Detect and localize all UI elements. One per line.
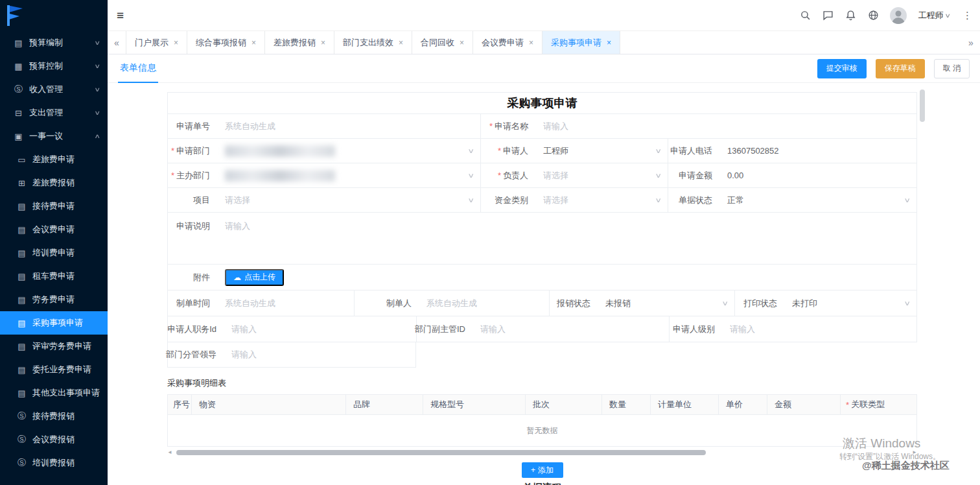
sidebar-menu: ▤ 预算编制 ∨ ▦ 预算控制 ∨ Ⓢ 收入管理 ∨: [0, 31, 108, 475]
host-dept-select[interactable]: ∨: [218, 163, 480, 187]
cancel-button[interactable]: 取 消: [934, 59, 970, 78]
page-tab[interactable]: 差旅费报销 ×: [265, 31, 334, 54]
sidebar-submenu-item[interactable]: ▤ 采购事项申请: [0, 311, 108, 335]
sidebar-menu-item[interactable]: ▣ 一事一议 ∧: [0, 124, 108, 148]
detail-column-header: 金额: [767, 395, 841, 414]
language-globe-icon[interactable]: [867, 10, 879, 21]
sidebar-submenu-item[interactable]: ▤ 会议费申请: [0, 218, 108, 241]
submenu-item-label: 会议费报销: [32, 434, 75, 445]
scroll-left-icon[interactable]: ◄: [167, 450, 172, 455]
sidebar-submenu-item[interactable]: Ⓢ 培训费报销: [0, 451, 108, 475]
dropdown-arrow-icon: ∨: [904, 300, 911, 307]
scroll-tabs-left-icon[interactable]: «: [108, 31, 126, 54]
detail-table-title: 采购事项明细表: [167, 377, 917, 389]
page-tab[interactable]: 门户展示 ×: [126, 31, 187, 54]
applicant-phone-field[interactable]: 13607502852: [720, 139, 916, 163]
notification-bell-icon[interactable]: [845, 10, 856, 21]
submenu-item-label: 劳务费申请: [32, 294, 75, 305]
applicant-post-id-field[interactable]: 请输入: [224, 316, 416, 342]
doc-status-select[interactable]: 正常∨: [720, 188, 916, 212]
apply-desc-textarea[interactable]: 请输入: [218, 213, 916, 264]
submenu-item-icon: ▤: [16, 295, 27, 305]
scroll-tabs-right-icon[interactable]: »: [962, 31, 980, 54]
sidebar-submenu-item[interactable]: ⊞ 差旅费报销: [0, 171, 108, 195]
tab-close-icon[interactable]: ×: [460, 39, 464, 47]
user-menu[interactable]: 工程师 ∨: [918, 10, 950, 21]
print-status-select[interactable]: 未打印∨: [785, 290, 916, 316]
sidebar-submenu-item[interactable]: ▤ 其他支出事项申请: [0, 381, 108, 405]
scroll-right-icon[interactable]: ►: [912, 450, 917, 455]
fund-type-select[interactable]: 请选择∨: [536, 188, 668, 212]
page-tab[interactable]: 合同回收 ×: [412, 31, 473, 54]
scrollbar-track[interactable]: [174, 450, 910, 455]
sidebar-submenu-item[interactable]: ▭ 差旅费申请: [0, 148, 108, 171]
page-tab[interactable]: 部门支出绩效 ×: [334, 31, 412, 54]
tab-form-info[interactable]: 表单信息: [118, 54, 158, 83]
charge-person-select[interactable]: 请选择∨: [536, 163, 668, 187]
sidebar-submenu-item[interactable]: ▤ 评审劳务费申请: [0, 335, 108, 358]
tab-close-icon[interactable]: ×: [607, 39, 611, 47]
caret-down-icon: ∨: [945, 12, 951, 19]
scrollbar-thumb[interactable]: [176, 450, 706, 455]
submit-review-button[interactable]: 提交审核: [817, 59, 867, 78]
save-draft-button[interactable]: 保存草稿: [876, 59, 925, 78]
user-avatar[interactable]: [890, 7, 907, 24]
collapse-sidebar-icon[interactable]: ≡: [117, 9, 124, 21]
sidebar-submenu-item[interactable]: ▤ 接待费申请: [0, 195, 108, 218]
scrollbar-thumb[interactable]: [920, 89, 925, 122]
dropdown-arrow-icon: ∨: [721, 300, 729, 307]
apply-amount-field[interactable]: 0.00: [720, 163, 916, 187]
apply-name-field[interactable]: 请输入: [536, 114, 916, 138]
form-row: 附件 ☁ 点击上传: [168, 265, 916, 290]
submenu-item-label: 差旅费报销: [32, 177, 75, 189]
detail-column-header: 计量单位: [651, 395, 719, 414]
sidebar-menu-item[interactable]: ⊟ 支出管理 ∨: [0, 101, 108, 124]
dept-vice-id-field[interactable]: 请输入: [473, 316, 669, 342]
sidebar-submenu-item[interactable]: ▤ 委托业务费申请: [0, 358, 108, 381]
applicant-select[interactable]: 工程师∨: [536, 139, 668, 163]
message-icon[interactable]: [822, 10, 834, 21]
sidebar-submenu-item[interactable]: Ⓢ 会议费报销: [0, 428, 108, 451]
make-time-field[interactable]: 系统自动生成: [218, 290, 354, 316]
tab-close-icon[interactable]: ×: [251, 39, 256, 47]
form-row: 申请说明 请输入: [168, 213, 916, 265]
tab-close-icon[interactable]: ×: [321, 39, 325, 47]
menu-item-icon: ▣: [13, 132, 24, 141]
form-row: 项目 请选择∨ 资金类别 请选择∨ 单据状态 正常∨: [168, 188, 916, 213]
page-tab[interactable]: 会议费申请 ×: [473, 31, 542, 54]
detail-table-header: 序号 物资 品牌 规格型号: [168, 395, 916, 415]
tab-close-icon[interactable]: ×: [529, 39, 533, 47]
submenu-item-label: 采购事项申请: [32, 317, 83, 329]
search-icon[interactable]: [799, 10, 811, 21]
sidebar-menu-item[interactable]: ▤ 预算编制 ∨: [0, 31, 108, 54]
dropdown-arrow-icon: ∨: [467, 172, 474, 179]
dept-leader-field[interactable]: 请输入: [224, 342, 415, 367]
sidebar-submenu-item[interactable]: ▤ 培训费申请: [0, 241, 108, 265]
page-tab[interactable]: 综合事项报销 ×: [187, 31, 265, 54]
tab-close-icon[interactable]: ×: [399, 39, 403, 47]
applicant-level-field[interactable]: 请输入: [723, 316, 916, 342]
apply-dept-select[interactable]: ∨: [218, 139, 480, 163]
more-options-icon[interactable]: ⋮: [961, 10, 974, 21]
form-toolbar: 表单信息 提交审核 保存草稿 取 消: [108, 54, 980, 83]
attachment-field: ☁ 点击上传: [218, 265, 916, 290]
detail-column-header: 品牌: [346, 395, 423, 414]
sidebar-menu-item[interactable]: Ⓢ 收入管理 ∨: [0, 78, 108, 101]
project-select[interactable]: 请选择∨: [218, 188, 480, 212]
sidebar-submenu-item[interactable]: ▤ 劳务费申请: [0, 288, 108, 311]
sidebar-menu-item[interactable]: ▦ 预算控制 ∨: [0, 54, 108, 78]
sidebar-submenu-item[interactable]: ▤ 租车费申请: [0, 265, 108, 288]
add-row-button[interactable]: + 添加: [522, 462, 563, 478]
vertical-scrollbar[interactable]: [920, 89, 925, 479]
submenu-item-icon: Ⓢ: [16, 410, 27, 422]
reimburse-status-select[interactable]: 未报销∨: [598, 290, 734, 316]
maker-field[interactable]: 系统自动生成: [419, 290, 549, 316]
page-tab[interactable]: 采购事项申请 ×: [542, 31, 620, 54]
apply-no-field[interactable]: 系统自动生成: [218, 114, 480, 138]
tab-close-icon[interactable]: ×: [174, 39, 178, 47]
menu-item-label: 预算编制: [29, 37, 63, 49]
detail-column-header: *关联类型: [841, 395, 916, 414]
sidebar-submenu-item[interactable]: Ⓢ 接待费报销: [0, 405, 108, 428]
upload-button[interactable]: ☁ 点击上传: [225, 269, 284, 286]
apply-name-label: *申请名称: [481, 114, 536, 138]
